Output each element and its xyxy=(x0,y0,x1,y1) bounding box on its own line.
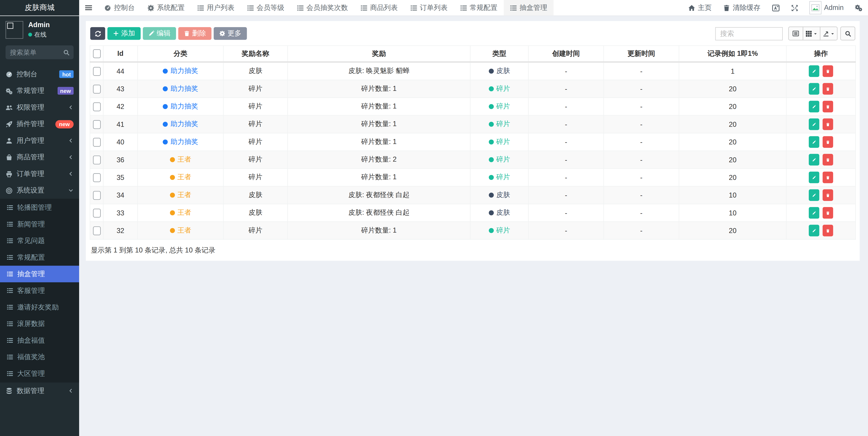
category-link[interactable]: 助力抽奖 xyxy=(170,120,198,128)
refresh-button[interactable] xyxy=(90,27,105,40)
topnav-tab[interactable]: 抽盒管理 xyxy=(503,0,553,15)
sidebar-submenu-item[interactable]: 抽盒福值 xyxy=(0,332,79,348)
sidebar-submenu-item[interactable]: 邀请好友奖励 xyxy=(0,299,79,315)
category-link[interactable]: 王者 xyxy=(178,209,191,216)
row-checkbox[interactable] xyxy=(93,191,100,199)
row-delete-button[interactable] xyxy=(823,225,833,236)
export-button[interactable] xyxy=(820,27,837,40)
column-header[interactable]: 奖励名称 xyxy=(223,46,287,62)
add-button[interactable]: 添加 xyxy=(107,27,141,40)
table-search-input[interactable] xyxy=(715,27,783,40)
settings-button[interactable] xyxy=(849,4,868,11)
row-delete-button[interactable] xyxy=(823,65,833,77)
row-checkbox[interactable] xyxy=(93,138,100,147)
row-edit-button[interactable] xyxy=(809,189,819,201)
topnav-tab[interactable]: 用户列表 xyxy=(191,0,241,15)
sidebar-toggle-button[interactable] xyxy=(79,0,98,15)
sidebar-menu-item[interactable]: 插件管理 new xyxy=(0,116,79,132)
row-checkbox[interactable] xyxy=(93,155,100,164)
row-checkbox[interactable] xyxy=(93,120,100,129)
sidebar-menu-item[interactable]: 控制台 hot xyxy=(0,66,79,82)
row-checkbox[interactable] xyxy=(93,226,100,235)
row-delete-button[interactable] xyxy=(823,207,833,219)
sidebar-submenu-item[interactable]: 新闻管理 xyxy=(0,216,79,232)
sidebar-menu-item[interactable]: 系统设置 xyxy=(0,182,79,199)
user-menu[interactable]: Admin xyxy=(804,1,849,14)
topnav-tab[interactable]: 订单列表 xyxy=(404,0,454,15)
sidebar-menu-item[interactable]: 权限管理 xyxy=(0,99,79,116)
row-delete-button[interactable] xyxy=(823,83,833,94)
row-edit-button[interactable] xyxy=(809,101,819,112)
category-link[interactable]: 助力抽奖 xyxy=(170,85,198,92)
select-all-checkbox[interactable] xyxy=(93,49,100,58)
cell-id: 35 xyxy=(103,168,138,186)
row-edit-button[interactable] xyxy=(809,119,819,130)
column-header[interactable]: 创建时间 xyxy=(528,46,604,62)
sidebar-menu-item[interactable]: 常规管理 new xyxy=(0,83,79,99)
row-delete-button[interactable] xyxy=(823,119,833,130)
column-header[interactable]: 分类 xyxy=(138,46,223,62)
sidebar-menu: 控制台 hot 常规管理 new 权限管理 xyxy=(0,66,79,199)
row-delete-button[interactable] xyxy=(823,101,833,112)
toggle-view-button[interactable] xyxy=(788,27,803,40)
column-header[interactable]: 更新时间 xyxy=(604,46,679,62)
row-checkbox[interactable] xyxy=(93,173,100,182)
row-delete-button[interactable] xyxy=(823,154,833,165)
more-button[interactable]: 更多 xyxy=(214,27,247,40)
row-checkbox[interactable] xyxy=(93,208,100,217)
row-delete-button[interactable] xyxy=(823,172,833,183)
row-edit-button[interactable] xyxy=(809,83,819,94)
column-header[interactable]: 奖励 xyxy=(287,46,470,62)
category-link[interactable]: 助力抽奖 xyxy=(170,102,198,110)
topnav-tab[interactable]: 会员等级 xyxy=(241,0,290,15)
sidebar-submenu-item[interactable]: 轮播图管理 xyxy=(0,199,79,216)
sidebar-menu-item[interactable]: 用户管理 xyxy=(0,132,79,149)
category-link[interactable]: 王者 xyxy=(178,174,191,181)
topnav-tab[interactable]: 常规配置 xyxy=(454,0,503,15)
type-dot xyxy=(489,122,493,127)
row-edit-button[interactable] xyxy=(809,225,819,236)
row-edit-button[interactable] xyxy=(809,136,819,148)
row-checkbox[interactable] xyxy=(93,67,100,75)
sidebar-menu-item[interactable]: 商品管理 xyxy=(0,149,79,165)
column-header[interactable]: 操作 xyxy=(786,46,856,62)
clear-cache-button[interactable]: 清除缓存 xyxy=(717,3,766,12)
topnav-tab[interactable]: 系统配置 xyxy=(141,0,191,15)
sidebar-submenu-item[interactable]: 滚屏数据 xyxy=(0,315,79,332)
sidebar-submenu-item[interactable]: 常规配置 xyxy=(0,249,79,266)
column-header[interactable]: Id xyxy=(103,46,138,62)
topnav-tab[interactable]: 商品列表 xyxy=(354,0,404,15)
delete-button[interactable]: 删除 xyxy=(178,27,212,40)
search-button[interactable] xyxy=(840,27,855,40)
row-edit-button[interactable] xyxy=(809,172,819,183)
sidebar-submenu-item[interactable]: 抽盒管理 xyxy=(0,266,79,282)
sidebar-submenu-item[interactable]: 常见问题 xyxy=(0,232,79,249)
row-edit-button[interactable] xyxy=(809,154,819,165)
sidebar-menu-item[interactable]: 订单管理 xyxy=(0,165,79,182)
brand-logo[interactable]: 皮肤商城 xyxy=(0,0,79,15)
category-link[interactable]: 王者 xyxy=(178,156,191,163)
category-link[interactable]: 王者 xyxy=(178,191,191,199)
fullscreen-button[interactable] xyxy=(785,4,804,11)
row-edit-button[interactable] xyxy=(809,65,819,77)
category-link[interactable]: 王者 xyxy=(178,226,191,234)
sidebar-submenu-item[interactable]: 大区管理 xyxy=(0,365,79,382)
home-link[interactable]: 主页 xyxy=(682,3,717,12)
sidebar-submenu-item[interactable]: 福值奖池 xyxy=(0,349,79,365)
topnav-tab[interactable]: 会员抽奖次数 xyxy=(290,0,354,15)
row-delete-button[interactable] xyxy=(823,136,833,148)
language-button[interactable] xyxy=(766,4,785,12)
row-checkbox[interactable] xyxy=(93,102,100,111)
sidebar-menu-item[interactable]: 数据管理 xyxy=(0,382,79,399)
columns-button[interactable] xyxy=(803,27,820,40)
column-header[interactable]: 类型 xyxy=(470,46,528,62)
topnav-tab[interactable]: 控制台 xyxy=(98,0,141,15)
row-checkbox[interactable] xyxy=(93,84,100,93)
sidebar-submenu-item[interactable]: 客服管理 xyxy=(0,282,79,299)
category-link[interactable]: 助力抽奖 xyxy=(170,67,198,74)
category-link[interactable]: 助力抽奖 xyxy=(170,138,198,146)
column-header[interactable]: 记录例如 1即1% xyxy=(679,46,786,62)
edit-button[interactable]: 编辑 xyxy=(143,27,176,40)
row-delete-button[interactable] xyxy=(823,189,833,201)
row-edit-button[interactable] xyxy=(809,207,819,219)
